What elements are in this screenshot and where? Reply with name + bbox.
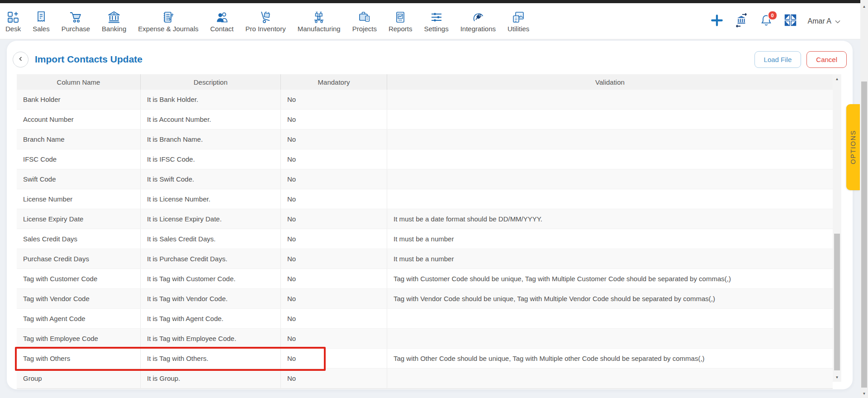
page-title: Import Contacts Update [35, 54, 142, 65]
header-column-name: Column Name [17, 74, 140, 90]
chevron-left-icon [18, 55, 24, 63]
nav-item-label: Expense & Journals [138, 25, 198, 32]
cell-description: It is Sales Credit Days. [140, 229, 280, 249]
cell-validation: Tag with Customer Code should be unique,… [387, 269, 833, 288]
cell-description: It is Tag with Employee Code. [140, 329, 280, 348]
import-columns-table: Column Name Description Mandatory Valida… [17, 74, 841, 382]
cell-mandatory: No [280, 249, 387, 269]
scroll-down-arrow[interactable]: ▼ [833, 374, 841, 381]
table-row: License NumberIt is License Number.No [17, 189, 833, 209]
table-scrollbar-thumb[interactable] [834, 234, 840, 370]
cell-description: It is Swift Code. [140, 169, 280, 189]
cell-validation [387, 369, 833, 388]
cell-column-name: Tag with Employee Code [17, 329, 140, 348]
bank-transactions-button[interactable] [734, 13, 749, 29]
nav-item-settings[interactable]: Settings [424, 10, 448, 32]
cell-column-name: Sales Credit Days [17, 229, 140, 249]
cell-description: It is Tag with Customer Code. [140, 269, 280, 288]
table-row: GroupIt is Group.No [17, 369, 833, 388]
cell-mandatory: No [280, 269, 387, 288]
cell-mandatory: No [280, 110, 387, 129]
table-row: Swift CodeIt is Swift Code.No [17, 169, 833, 189]
topnav-actions: 0 Amar A [711, 13, 860, 29]
nav-item-label: Purchase [62, 25, 90, 32]
purchase-icon [69, 10, 82, 24]
cell-column-name: Purchase Credit Days [17, 249, 140, 269]
nav-item-reports[interactable]: Reports [389, 10, 413, 32]
cell-description: It is Tag with Vendor Code. [140, 289, 280, 308]
nav-item-sales[interactable]: Sales [33, 10, 50, 32]
table-scrollbar[interactable]: ▲ ▼ [833, 74, 841, 382]
cell-description: It is Tag with Others. [140, 349, 280, 368]
cell-validation [387, 110, 833, 129]
nav-item-desk[interactable]: Desk [5, 10, 21, 32]
cell-description: It is Group. [140, 369, 280, 388]
projects-icon [358, 10, 371, 24]
table-row: Tag with OthersIt is Tag with Others.NoT… [17, 349, 833, 369]
scroll-up-arrow[interactable]: ▲ [833, 75, 841, 82]
page-header: Import Contacts Update Load File Cancel [13, 48, 847, 71]
nav-item-contact[interactable]: Contact [210, 10, 234, 32]
table-row: Account NumberIt is Account Number.No [17, 110, 833, 129]
desk-icon [6, 10, 20, 24]
nav-item-purchase[interactable]: Purchase [62, 10, 90, 32]
page-scrollbar-thumb[interactable] [861, 82, 867, 388]
page-scroll-down-arrow[interactable]: ▼ [860, 390, 868, 397]
cell-column-name: Tag with Vendor Code [17, 289, 140, 308]
page-scroll-up-arrow[interactable]: ▲ [860, 3, 868, 10]
apps-grid-button[interactable] [784, 14, 797, 29]
cell-mandatory: No [280, 369, 387, 388]
cell-validation: It must be a number [387, 229, 833, 249]
cell-mandatory: No [280, 169, 387, 189]
nav-item-label: Integrations [460, 25, 496, 32]
settings-icon [430, 10, 443, 24]
plus-icon [711, 14, 723, 29]
nav-item-pro-inventory[interactable]: Pro Inventory [245, 10, 285, 32]
cell-validation [387, 309, 833, 328]
nav-item-label: Sales [33, 25, 50, 32]
notification-badge: 0 [768, 10, 778, 20]
nav-item-label: Projects [352, 25, 377, 32]
cell-mandatory: No [280, 189, 387, 209]
expense-journals-icon [161, 10, 175, 24]
table-row: Tag with Vendor CodeIt is Tag with Vendo… [17, 289, 833, 309]
table-row: Sales Credit DaysIt is Sales Credit Days… [17, 229, 833, 249]
nav-item-integrations[interactable]: Integrations [460, 10, 496, 32]
cell-column-name: Branch Name [17, 129, 140, 149]
nav-item-manufacturing[interactable]: Manufacturing [298, 10, 341, 32]
table-row: Purchase Credit DaysIt is Purchase Credi… [17, 249, 833, 269]
nav-item-label: Utilities [508, 25, 529, 32]
import-table-body: Bank HolderIt is Bank Holder.NoAccount N… [17, 90, 833, 389]
integrations-icon [471, 10, 485, 24]
nav-item-expense-journals[interactable]: Expense & Journals [138, 10, 198, 32]
top-black-strip [0, 0, 860, 3]
cell-mandatory: No [280, 229, 387, 249]
cell-mandatory: No [280, 129, 387, 149]
cell-column-name: License Number [17, 189, 140, 209]
cell-description: It is Branch Name. [140, 129, 280, 149]
load-file-button[interactable]: Load File [754, 51, 802, 68]
notifications-button[interactable]: 0 [759, 14, 773, 29]
page-scrollbar[interactable]: ▲ ▼ [860, 0, 868, 398]
quick-add-button[interactable] [711, 14, 723, 29]
user-menu[interactable]: Amar A [808, 17, 840, 25]
cell-mandatory: No [280, 329, 387, 348]
back-button[interactable] [13, 52, 28, 67]
nav-item-utilities[interactable]: Utilities [508, 10, 529, 32]
cell-validation: It must be a number [387, 249, 833, 269]
cancel-button[interactable]: Cancel [806, 51, 847, 68]
cell-validation [387, 90, 833, 109]
cell-validation [387, 169, 833, 189]
banking-icon [107, 10, 121, 24]
header-validation: Validation [387, 74, 833, 90]
nav-item-banking[interactable]: Banking [102, 10, 126, 32]
table-row: IFSC CodeIt is IFSC Code.No [17, 149, 833, 169]
nav-item-projects[interactable]: Projects [352, 10, 377, 32]
cell-mandatory: No [280, 309, 387, 328]
nav-item-label: Contact [210, 25, 234, 32]
options-side-tab[interactable]: OPTIONS [846, 104, 860, 190]
cell-mandatory: No [280, 90, 387, 109]
nav-item-label: Banking [102, 25, 126, 32]
pro-inventory-icon [259, 10, 272, 24]
user-name: Amar A [808, 17, 831, 25]
